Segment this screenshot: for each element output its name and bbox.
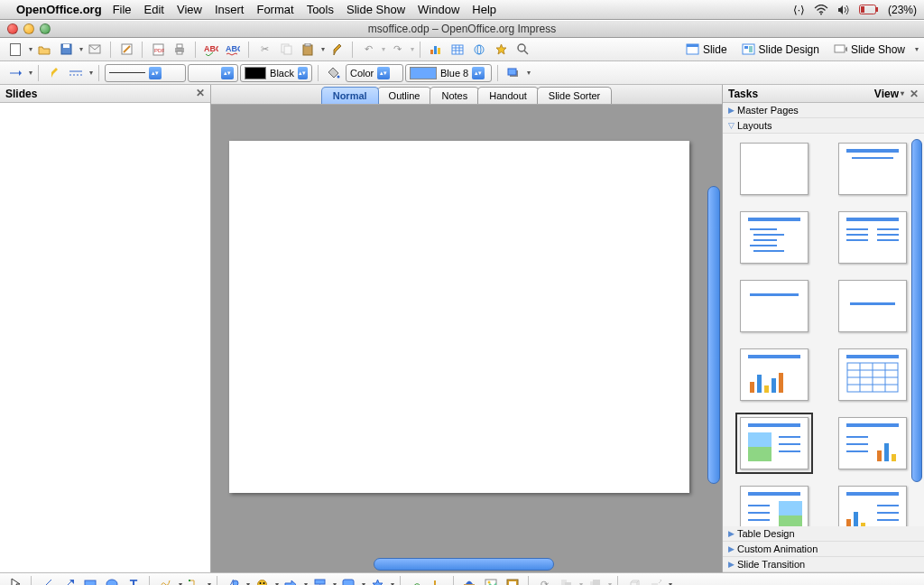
window-minimize-button[interactable]: [23, 23, 34, 34]
toolbar2-overflow[interactable]: ▾: [527, 69, 531, 77]
select-tool[interactable]: [5, 575, 25, 585]
highlight-button[interactable]: [44, 64, 64, 82]
menu-format[interactable]: Format: [256, 3, 293, 16]
fontwork-tool[interactable]: [459, 575, 479, 585]
tab-handout[interactable]: Handout: [477, 87, 539, 104]
arrange-dropdown[interactable]: ▾: [608, 580, 612, 586]
battery-status-icon[interactable]: [859, 5, 879, 14]
block-arrows-tool[interactable]: [281, 575, 300, 585]
flowchart-dropdown[interactable]: ▾: [333, 580, 337, 586]
slides-panel-close-icon[interactable]: ✕: [196, 87, 205, 99]
layout-title[interactable]: [838, 143, 907, 195]
menu-insert[interactable]: Insert: [215, 3, 245, 16]
line-type-select[interactable]: ▴▾: [105, 64, 186, 82]
layout-text-chart[interactable]: [838, 417, 907, 469]
layout-title-only-centered[interactable]: [740, 280, 808, 332]
menu-help[interactable]: Help: [472, 3, 496, 16]
fill-type-select[interactable]: Color ▴▾: [346, 64, 403, 82]
layouts-scrollbar[interactable]: [911, 139, 922, 482]
paste-dropdown[interactable]: ▾: [321, 45, 325, 53]
format-paintbrush-button[interactable]: [327, 41, 346, 59]
new-doc-button[interactable]: [5, 41, 25, 59]
layout-blank[interactable]: [740, 143, 808, 195]
layout-text-clipart[interactable]: [740, 486, 808, 526]
table-button[interactable]: [448, 41, 467, 59]
gallery-tool[interactable]: [503, 575, 522, 585]
line-color-select[interactable]: Black ▴▾: [240, 64, 312, 82]
zoom-button[interactable]: [513, 41, 532, 59]
layout-title-chart[interactable]: [740, 348, 808, 401]
menu-edit[interactable]: Edit: [144, 3, 164, 16]
tasks-view-menu[interactable]: View: [874, 88, 899, 100]
undo-dropdown[interactable]: ▾: [382, 45, 385, 53]
sync-status-icon[interactable]: ⟨·⟩: [793, 4, 805, 16]
rotate-tool[interactable]: ⟳: [534, 575, 554, 585]
email-button[interactable]: [85, 41, 105, 59]
wifi-status-icon[interactable]: [814, 5, 828, 15]
drawbar-overflow[interactable]: ▾: [669, 580, 672, 586]
layout-title-table[interactable]: [838, 348, 907, 401]
paste-button[interactable]: [298, 41, 318, 59]
new-doc-dropdown[interactable]: ▾: [29, 45, 32, 53]
extrusion-tool[interactable]: [624, 575, 643, 585]
basic-shapes-tool[interactable]: [223, 575, 243, 585]
block-arrows-dropdown[interactable]: ▾: [304, 580, 308, 586]
export-pdf-button[interactable]: PDF: [148, 41, 168, 59]
redo-button[interactable]: ↷: [387, 41, 407, 59]
symbol-shapes-dropdown[interactable]: ▾: [275, 580, 279, 586]
hyperlink-button[interactable]: [469, 41, 489, 59]
section-table-design[interactable]: ▶Table Design: [723, 526, 924, 542]
undo-button[interactable]: ↶: [358, 41, 378, 59]
tab-slide-sorter[interactable]: Slide Sorter: [537, 87, 612, 104]
edit-file-button[interactable]: [116, 41, 136, 59]
arrow-tool[interactable]: [59, 575, 79, 585]
slide-button[interactable]: Slide: [679, 41, 734, 59]
layout-chart-text[interactable]: [838, 486, 907, 526]
section-slide-transition[interactable]: ▶Slide Transition: [723, 557, 924, 572]
open-button[interactable]: [34, 41, 54, 59]
menu-tools[interactable]: Tools: [307, 3, 334, 16]
stars-dropdown[interactable]: ▾: [391, 580, 394, 586]
arrange-tool[interactable]: [585, 575, 605, 585]
slides-panel-body[interactable]: [0, 103, 210, 572]
symbol-shapes-tool[interactable]: [252, 575, 272, 585]
cut-button[interactable]: ✂: [254, 41, 274, 59]
slide-design-button[interactable]: Slide Design: [735, 41, 826, 59]
section-custom-animation[interactable]: ▶Custom Animation: [723, 542, 924, 557]
from-file-tool[interactable]: [481, 575, 501, 585]
tasks-view-dropdown-icon[interactable]: ▾: [901, 89, 904, 98]
line-style-dropdown[interactable]: ▾: [89, 69, 93, 77]
arrow-style-button[interactable]: [5, 64, 25, 82]
section-layouts[interactable]: ▽Layouts: [723, 118, 924, 134]
line-tool[interactable]: [37, 575, 57, 585]
rectangle-tool[interactable]: [80, 575, 100, 585]
redo-dropdown[interactable]: ▾: [411, 45, 414, 53]
basic-shapes-dropdown[interactable]: ▾: [246, 580, 250, 586]
line-style-button[interactable]: [66, 64, 86, 82]
tab-notes[interactable]: Notes: [430, 87, 479, 104]
arrow-style-dropdown[interactable]: ▾: [29, 69, 32, 77]
print-button[interactable]: [170, 41, 189, 59]
text-tool[interactable]: T: [124, 575, 143, 585]
layout-two-content[interactable]: [838, 211, 907, 264]
app-menu[interactable]: OpenOffice.org: [16, 3, 102, 16]
menu-view[interactable]: View: [177, 3, 202, 16]
points-tool[interactable]: [406, 575, 426, 585]
spellcheck-button[interactable]: ABC: [201, 41, 221, 59]
layout-title-outline[interactable]: [740, 211, 808, 264]
menu-slideshow[interactable]: Slide Show: [346, 3, 405, 16]
menu-file[interactable]: File: [113, 3, 132, 16]
tab-outline[interactable]: Outline: [377, 87, 432, 104]
window-close-button[interactable]: [7, 23, 18, 34]
window-zoom-button[interactable]: [40, 23, 51, 34]
tab-normal[interactable]: Normal: [321, 87, 379, 104]
navigator-button[interactable]: [491, 41, 511, 59]
callouts-tool[interactable]: [338, 575, 358, 585]
fill-bucket-button[interactable]: [324, 64, 344, 82]
shadow-button[interactable]: [504, 64, 523, 82]
vertical-scrollbar[interactable]: [707, 186, 720, 484]
auto-spellcheck-button[interactable]: ABC: [223, 41, 243, 59]
connector-tool[interactable]: [184, 575, 204, 585]
stars-tool[interactable]: [367, 575, 387, 585]
flowchart-tool[interactable]: [310, 575, 329, 585]
